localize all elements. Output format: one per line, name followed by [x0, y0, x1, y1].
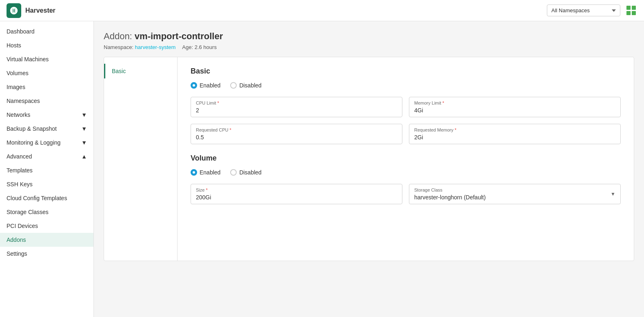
storage-class-value: harvester-longhorn (Default): [414, 194, 611, 201]
storage-class-wrapper: Storage Class harvester-longhorn (Defaul…: [414, 188, 611, 201]
main-layout: Dashboard Hosts Virtual Machines Volumes…: [0, 21, 644, 317]
basic-disabled-radio[interactable]: [230, 82, 237, 89]
sidebar-item-images[interactable]: Images: [0, 80, 93, 94]
chevron-right-icon: ▼: [81, 112, 87, 118]
basic-enabled-option[interactable]: Enabled: [191, 82, 220, 89]
storage-class-field[interactable]: Storage Class harvester-longhorn (Defaul…: [409, 184, 621, 204]
form-content: Basic Enabled Disabled CPU Limit: [178, 57, 634, 261]
sidebar-item-storage-classes[interactable]: Storage Classes: [0, 205, 93, 219]
chevron-up-icon: ▲: [81, 153, 87, 160]
sidebar-item-settings[interactable]: Settings: [0, 247, 93, 261]
basic-radio-group: Enabled Disabled: [191, 82, 621, 89]
memory-limit-label: Memory Limit: [414, 100, 615, 105]
volume-radio-group: Enabled Disabled: [191, 169, 621, 176]
basic-form-grid: CPU Limit 2 Memory Limit 4Gi Requested C…: [191, 97, 621, 144]
size-label: Size: [196, 188, 397, 192]
sidebar-group-backup-snapshot[interactable]: Backup & Snapshot ▼: [0, 122, 93, 136]
app-logo: [7, 3, 21, 18]
sidebar-item-templates[interactable]: Templates: [0, 163, 93, 177]
basic-section-title: Basic: [191, 67, 621, 76]
volume-section-title: Volume: [191, 154, 621, 163]
requested-memory-value: 2Gi: [414, 134, 615, 141]
cpu-limit-value: 2: [196, 107, 397, 114]
page-meta: Namespace: harvester-system Age: 2.6 hou…: [104, 44, 634, 50]
volume-disabled-radio[interactable]: [230, 169, 237, 176]
page-header: Addon: vm-import-controller Namespace: h…: [104, 31, 634, 50]
sidebar-group-advanced[interactable]: Advanced ▲: [0, 150, 93, 163]
tab-basic[interactable]: Basic: [104, 64, 177, 78]
sidebar-item-cloud-config-templates[interactable]: Cloud Config Templates: [0, 191, 93, 205]
app-title: Harvester: [25, 7, 56, 14]
requested-cpu-field: Requested CPU 0.5: [191, 124, 402, 144]
header-right: All Namespaces default harvester-system: [547, 4, 637, 17]
sidebar-item-addons[interactable]: Addons: [0, 233, 93, 247]
sidebar-advanced-sub: Templates SSH Keys Cloud Config Template…: [0, 163, 93, 247]
sidebar: Dashboard Hosts Virtual Machines Volumes…: [0, 21, 94, 317]
requested-memory-label: Requested Memory: [414, 127, 615, 132]
tab-sidebar: Basic: [104, 57, 178, 261]
volume-enabled-radio[interactable]: [191, 169, 197, 176]
basic-enabled-radio[interactable]: [191, 82, 197, 89]
cpu-limit-field: CPU Limit 2: [191, 97, 402, 117]
sidebar-item-pci-devices[interactable]: PCI Devices: [0, 219, 93, 233]
namespace-label: Namespace: harvester-system: [104, 44, 175, 50]
chevron-right-icon: ▼: [81, 139, 87, 146]
requested-cpu-value: 0.5: [196, 134, 397, 141]
sidebar-item-hosts[interactable]: Hosts: [0, 38, 93, 52]
grid-view-icon[interactable]: [624, 4, 637, 17]
sidebar-group-monitoring-logging[interactable]: Monitoring & Logging ▼: [0, 136, 93, 150]
cpu-limit-label: CPU Limit: [196, 100, 397, 105]
basic-disabled-option[interactable]: Disabled: [230, 82, 261, 89]
content-card: Basic Basic Enabled Disabled: [104, 57, 634, 261]
sidebar-item-namespaces[interactable]: Namespaces: [0, 94, 93, 108]
age-label: Age: 2.6 hours: [182, 44, 217, 50]
header-left: Harvester: [7, 3, 56, 18]
page-title: Addon: vm-import-controller: [104, 31, 634, 42]
sidebar-item-dashboard[interactable]: Dashboard: [0, 25, 93, 38]
sidebar-item-ssh-keys[interactable]: SSH Keys: [0, 177, 93, 191]
size-value: 200Gi: [196, 194, 397, 201]
memory-limit-value: 4Gi: [414, 107, 615, 114]
main-content: Addon: vm-import-controller Namespace: h…: [94, 21, 644, 317]
storage-class-label: Storage Class: [414, 188, 611, 192]
volume-disabled-option[interactable]: Disabled: [230, 169, 261, 176]
sidebar-group-networks[interactable]: Networks ▼: [0, 108, 93, 122]
requested-cpu-label: Requested CPU: [196, 127, 397, 132]
namespace-select[interactable]: All Namespaces default harvester-system: [547, 4, 620, 16]
sidebar-item-volumes[interactable]: Volumes: [0, 66, 93, 80]
chevron-right-icon: ▼: [81, 125, 87, 132]
volume-enabled-option[interactable]: Enabled: [191, 169, 220, 176]
requested-memory-field: Requested Memory 2Gi: [409, 124, 621, 144]
app-header: Harvester All Namespaces default harvest…: [0, 0, 644, 21]
memory-limit-field: Memory Limit 4Gi: [409, 97, 621, 117]
chevron-down-icon: ▼: [611, 191, 615, 197]
size-field: Size 200Gi: [191, 184, 402, 204]
sidebar-item-virtual-machines[interactable]: Virtual Machines: [0, 52, 93, 66]
volume-form-grid: Size 200Gi Storage Class harvester-longh…: [191, 184, 621, 204]
